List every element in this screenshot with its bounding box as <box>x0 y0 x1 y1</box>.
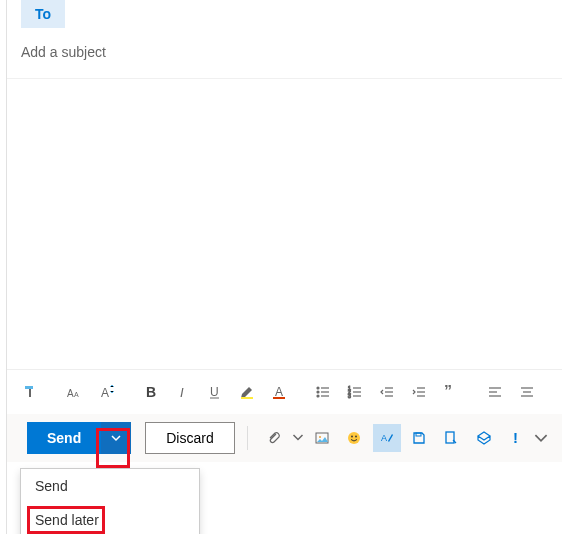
font-color-icon[interactable]: A <box>263 378 295 406</box>
svg-point-37 <box>348 432 360 444</box>
bullets-icon[interactable] <box>307 378 339 406</box>
svg-text:I: I <box>180 385 184 400</box>
decrease-indent-icon[interactable] <box>371 378 403 406</box>
svg-text:A: A <box>381 433 387 443</box>
italic-icon[interactable]: I <box>167 378 199 406</box>
menu-item-send-later[interactable]: Send later <box>21 503 199 534</box>
svg-text:”: ” <box>444 384 452 400</box>
svg-point-38 <box>351 436 353 438</box>
svg-text:U: U <box>210 385 219 399</box>
highlight-icon[interactable] <box>231 378 263 406</box>
svg-text:B: B <box>146 384 156 400</box>
svg-text:3: 3 <box>348 393 351 399</box>
send-button[interactable]: Send <box>27 422 101 454</box>
save-draft-icon[interactable] <box>405 424 433 452</box>
send-dropdown-button[interactable] <box>101 422 131 454</box>
show-format-icon[interactable]: A <box>373 424 401 452</box>
svg-text:A: A <box>67 388 74 399</box>
format-toolbar: AA A B I U A 123 <box>7 369 562 414</box>
svg-text:A: A <box>275 385 283 399</box>
send-dropdown-menu: Send Send later <box>20 468 200 534</box>
svg-point-10 <box>317 387 319 389</box>
attach-icon[interactable] <box>260 424 288 452</box>
font-name-icon[interactable]: AA <box>59 378 91 406</box>
bold-icon[interactable]: B <box>135 378 167 406</box>
svg-point-36 <box>319 436 321 438</box>
chevron-down-icon <box>110 432 122 444</box>
discard-button[interactable]: Discard <box>145 422 234 454</box>
importance-icon[interactable]: ! <box>502 424 530 452</box>
font-size-icon[interactable]: A <box>91 378 123 406</box>
svg-text:A: A <box>74 391 79 398</box>
to-button[interactable]: To <box>21 0 65 28</box>
svg-text:!: ! <box>513 430 518 446</box>
svg-rect-41 <box>416 433 421 436</box>
increase-indent-icon[interactable] <box>403 378 435 406</box>
message-body[interactable] <box>7 79 562 369</box>
quote-icon[interactable]: ” <box>435 378 467 406</box>
svg-text:A: A <box>101 386 109 400</box>
svg-rect-9 <box>273 397 285 399</box>
numbering-icon[interactable]: 123 <box>339 378 371 406</box>
svg-point-39 <box>355 436 357 438</box>
template-icon[interactable] <box>437 424 465 452</box>
encrypt-icon[interactable] <box>469 424 497 452</box>
align-center-icon[interactable] <box>511 378 543 406</box>
subject-input[interactable] <box>21 44 548 60</box>
svg-point-14 <box>317 395 319 397</box>
insert-picture-icon[interactable] <box>308 424 336 452</box>
menu-item-send[interactable]: Send <box>21 469 199 503</box>
format-painter-icon[interactable] <box>15 378 47 406</box>
divider <box>247 426 248 450</box>
svg-rect-42 <box>446 432 454 443</box>
more-actions-icon[interactable] <box>534 424 548 452</box>
action-bar: Send Discard A ! <box>7 414 562 462</box>
svg-rect-7 <box>241 397 253 399</box>
attach-chevron-icon[interactable] <box>292 424 304 452</box>
svg-point-12 <box>317 391 319 393</box>
emoji-icon[interactable] <box>340 424 368 452</box>
underline-icon[interactable]: U <box>199 378 231 406</box>
align-left-icon[interactable] <box>479 378 511 406</box>
